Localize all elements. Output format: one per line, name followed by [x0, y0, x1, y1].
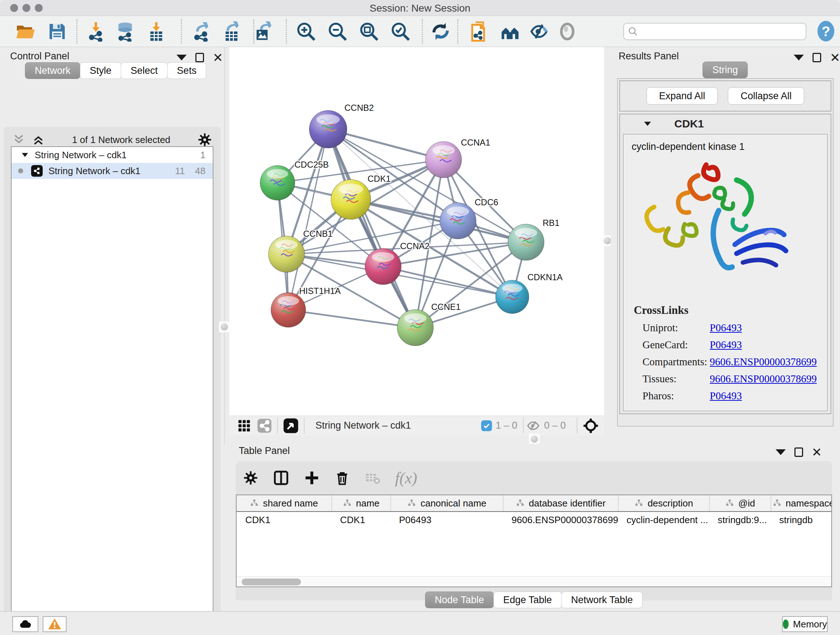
tab-style[interactable]: Style: [80, 62, 121, 79]
node-CCNB2[interactable]: [309, 111, 347, 148]
export-image-icon[interactable]: [253, 21, 273, 42]
panel-close-icon[interactable]: ✕: [213, 53, 223, 62]
tab-node-table[interactable]: Node Table: [425, 592, 494, 608]
node-RB1[interactable]: [508, 224, 544, 260]
zoom-fit-icon[interactable]: [359, 21, 379, 42]
home-icon[interactable]: [500, 21, 520, 42]
crosslink-link[interactable]: 9606.ENSP00000378699: [710, 356, 817, 368]
collapse-all-icon[interactable]: [12, 133, 25, 146]
table-cell[interactable]: 9606.ENSP00000378699: [503, 512, 618, 528]
import-database-icon[interactable]: [115, 21, 135, 42]
column-header-@id[interactable]: @id: [709, 495, 771, 511]
grid-view-icon[interactable]: [237, 419, 251, 432]
left-splitter-handle[interactable]: [219, 321, 230, 333]
node-CDC6[interactable]: [440, 203, 476, 239]
collapse-all-button[interactable]: Collapse All: [728, 87, 804, 105]
network-tree-root-row[interactable]: String Network – cdk1 1: [11, 147, 213, 163]
show-all-icon[interactable]: [557, 21, 577, 42]
table-cell[interactable]: P06493: [390, 512, 503, 528]
column-header-canonical-name[interactable]: canonical name: [390, 495, 503, 511]
node-entry-header[interactable]: CDK1: [620, 114, 831, 133]
column-header-description[interactable]: description: [618, 495, 709, 511]
panel-menu-icon[interactable]: [775, 449, 786, 455]
table-options-gear-icon[interactable]: [243, 470, 258, 486]
tree-collapse-icon[interactable]: [20, 150, 30, 160]
table-cell[interactable]: stringdb:9...: [709, 512, 771, 528]
delete-column-icon[interactable]: [334, 470, 350, 486]
panel-menu-icon[interactable]: [177, 55, 187, 60]
warning-status-button[interactable]: [43, 616, 66, 632]
protein-structure-image: [631, 156, 819, 301]
column-header-shared-name[interactable]: shared name: [237, 495, 332, 511]
crosslink-link[interactable]: 9606.ENSP00000378699: [710, 373, 817, 385]
node-HIST1H1A[interactable]: [271, 293, 306, 327]
export-table-icon[interactable]: [221, 21, 242, 42]
node-CDKN1A[interactable]: [496, 280, 529, 314]
node-entry-body: cyclin-dependent kinase 1: [623, 134, 828, 411]
node-CDC25B[interactable]: [260, 165, 295, 200]
export-network-icon[interactable]: [191, 21, 211, 42]
show-columns-icon[interactable]: [273, 470, 289, 486]
tab-string[interactable]: String: [703, 62, 748, 78]
column-header-name[interactable]: name: [332, 495, 390, 511]
panel-close-icon[interactable]: ✕: [812, 448, 822, 457]
selected-count-checkbox[interactable]: [481, 420, 492, 431]
memory-button[interactable]: Memory: [782, 616, 828, 632]
node-CCNE1[interactable]: [397, 310, 433, 346]
cloud-status-button[interactable]: [12, 616, 38, 632]
clone-network-icon[interactable]: [469, 21, 489, 42]
expand-all-button[interactable]: Expand All: [646, 87, 718, 105]
string-view-icon[interactable]: [257, 418, 272, 433]
horizontal-splitter-handle[interactable]: [529, 434, 540, 445]
network-canvas[interactable]: CCNB2CCNA1CDC25BCDK1CDC6RB1CCNB1CCNA2CDK…: [229, 47, 604, 416]
tab-network[interactable]: Network: [25, 62, 80, 79]
zoom-selected-icon[interactable]: [390, 21, 411, 42]
node-CCNA2[interactable]: [365, 249, 401, 285]
table-cell[interactable]: stringdb: [771, 512, 832, 528]
expand-all-icon[interactable]: [32, 133, 45, 146]
tab-select[interactable]: Select: [121, 62, 167, 79]
panel-menu-icon[interactable]: [794, 55, 804, 60]
entry-collapse-icon[interactable]: [643, 119, 653, 129]
crosslink-link[interactable]: P06493: [710, 339, 742, 351]
table-cell[interactable]: CDK1: [332, 512, 390, 528]
create-column-icon[interactable]: [304, 470, 320, 486]
table-horizontal-scrollbar[interactable]: [237, 576, 831, 586]
import-table-icon[interactable]: [146, 21, 166, 42]
edge-CDK1-RB1[interactable]: [351, 200, 526, 242]
table-row[interactable]: CDK1CDK1P064939606.ENSP00000378699cyclin…: [237, 512, 831, 528]
zoom-out-icon[interactable]: [327, 21, 347, 42]
network-tree-child-row[interactable]: String Network – cdk1 11 48: [11, 163, 213, 179]
column-header-database-identifier[interactable]: database identifier: [503, 495, 618, 511]
panel-float-icon[interactable]: [813, 53, 821, 62]
edge-CCNB2-HIST1H1A[interactable]: [288, 129, 328, 310]
table-cell[interactable]: CDK1: [237, 512, 332, 528]
node-CCNA1[interactable]: [425, 141, 462, 178]
edge-HIST1H1A-CCNE1[interactable]: [288, 310, 415, 328]
fit-selected-crosshair-icon[interactable]: [583, 417, 599, 434]
help-icon[interactable]: ?: [815, 20, 837, 42]
table-cell[interactable]: cyclin-dependent ...: [618, 512, 709, 528]
open-session-icon[interactable]: [15, 21, 35, 42]
node-CCNB1[interactable]: [268, 236, 305, 272]
zoom-in-icon[interactable]: [296, 21, 316, 42]
node-CDK1[interactable]: [331, 180, 371, 219]
save-session-icon[interactable]: [47, 21, 67, 42]
tab-sets[interactable]: Sets: [167, 62, 206, 79]
birdseye-view-icon[interactable]: [283, 418, 299, 434]
crosslink-link[interactable]: P06493: [710, 390, 742, 402]
panel-float-icon[interactable]: [794, 448, 803, 457]
network-options-gear-icon[interactable]: [197, 133, 212, 147]
cloud-icon: [18, 617, 33, 631]
panel-close-icon[interactable]: ✕: [830, 53, 840, 62]
import-network-icon[interactable]: [86, 21, 106, 42]
search-input[interactable]: [623, 23, 806, 40]
panel-float-icon[interactable]: [195, 53, 204, 62]
refresh-layout-icon[interactable]: [431, 21, 451, 42]
hide-selected-icon[interactable]: [529, 21, 549, 42]
tab-edge-table[interactable]: Edge Table: [493, 592, 562, 608]
crosslink-link[interactable]: P06493: [710, 322, 742, 334]
scrollbar-thumb[interactable]: [242, 578, 301, 585]
column-header-namespace[interactable]: namespace: [771, 495, 832, 511]
tab-network-table[interactable]: Network Table: [561, 592, 643, 608]
